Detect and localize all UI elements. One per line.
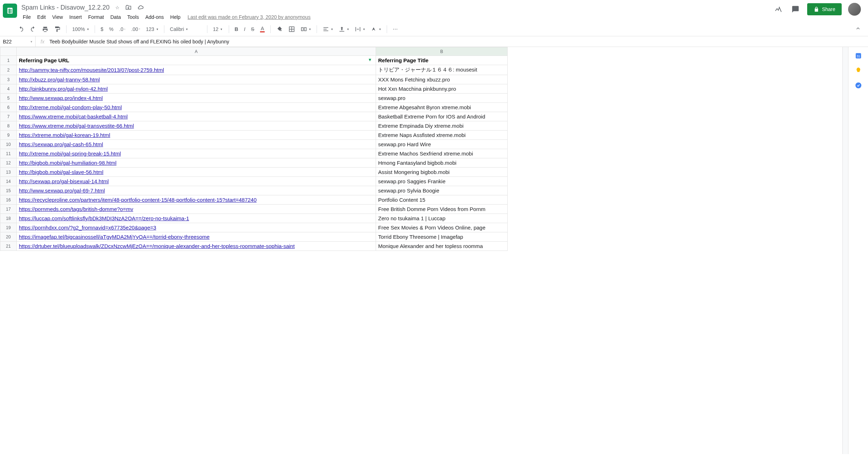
cell-url[interactable]: https://drtuber.tel/blueuploadswalk/ZDcx… <box>17 242 376 251</box>
bold-button[interactable]: B <box>233 25 240 33</box>
cell-url[interactable]: http://xtreme.mobi/gal-condom-play-50.ht… <box>17 103 376 112</box>
document-title[interactable]: Spam Links - Disavow_12.2.20 <box>20 3 111 12</box>
row-header[interactable]: 3 <box>0 75 17 84</box>
keep-icon[interactable] <box>855 67 862 74</box>
share-button[interactable]: Share <box>807 3 842 15</box>
row-header[interactable]: 2 <box>0 65 17 75</box>
menu-help[interactable]: Help <box>168 13 184 21</box>
cell-url[interactable]: https://pornhdxx.com/?g2_fromnavid=x6773… <box>17 223 376 232</box>
row-header[interactable]: 12 <box>0 158 17 168</box>
cell-title[interactable]: Assist Mongering bigbob.mobi <box>376 168 508 177</box>
cell-url[interactable]: https://imagefap.tel/bigcasinossell/aTgy… <box>17 232 376 242</box>
cell-title[interactable]: Zero no tsukaima 1 | Luccap <box>376 214 508 223</box>
text-color-button[interactable]: A <box>258 24 267 34</box>
column-header-A[interactable]: A <box>17 47 376 56</box>
tasks-icon[interactable] <box>855 82 862 89</box>
cell-url[interactable]: http://bigbob.mobi/gal-humiliation-98.ht… <box>17 158 376 168</box>
star-icon[interactable]: ☆ <box>114 4 121 12</box>
cell-title[interactable]: Extreme Naps Assfisted xtreme.mobi <box>376 131 508 140</box>
paint-format-button[interactable] <box>52 25 63 34</box>
cell-title[interactable]: トリビア・ジャーナル１６４６: mousesit <box>376 65 508 75</box>
activity-icon[interactable] <box>773 4 784 15</box>
comments-icon[interactable] <box>790 4 801 15</box>
cell-url[interactable]: https://sexwap.pro/gal-cash-65.html <box>17 140 376 149</box>
strikethrough-button[interactable]: S <box>249 25 256 33</box>
cell-url[interactable]: https://recycleproline.com/partners/item… <box>17 195 376 205</box>
cell-title[interactable]: Hot Xxn Macchina pinkbunny.pro <box>376 84 508 94</box>
cell[interactable]: Referring Page URL▼ <box>17 56 376 65</box>
row-header[interactable]: 11 <box>0 149 17 158</box>
borders-button[interactable] <box>286 25 297 34</box>
cell-title[interactable]: Hmong Fantasyland bigbob.mobi <box>376 158 508 168</box>
last-edit-link[interactable]: Last edit was made on February 3, 2020 b… <box>187 13 311 21</box>
cell-url[interactable]: https://www.xtreme.mobi/gal-transvestite… <box>17 121 376 131</box>
move-icon[interactable] <box>124 3 133 12</box>
cell-title[interactable]: XXX Mons Fetching xbuzz.pro <box>376 75 508 84</box>
cell-title[interactable]: sexwap.pro Hard Wire <box>376 140 508 149</box>
row-header[interactable]: 20 <box>0 232 17 242</box>
select-all-corner[interactable] <box>0 47 17 56</box>
more-toolbar-button[interactable]: ⋯ <box>391 25 400 33</box>
menu-format[interactable]: Format <box>85 13 107 21</box>
cell-url[interactable]: https://luccap.com/softlinksfly/bDk3MDI3… <box>17 214 376 223</box>
menu-edit[interactable]: Edit <box>35 13 49 21</box>
menu-add-ons[interactable]: Add-ons <box>142 13 166 21</box>
cell-url[interactable]: https://pornmeds.com/tags/british-domme?… <box>17 205 376 214</box>
menu-tools[interactable]: Tools <box>125 13 142 21</box>
menu-view[interactable]: View <box>49 13 66 21</box>
cell-title[interactable]: Monique Alexander and her topless roomma <box>376 242 508 251</box>
cell-title[interactable]: Free British Domme Porn Videos from Porn… <box>376 205 508 214</box>
cell-url[interactable]: http://www.sexwap.pro/index-4.html <box>17 94 376 103</box>
text-wrap-button[interactable] <box>353 25 367 34</box>
font-size-dropdown[interactable]: 12 <box>211 25 225 33</box>
zoom-dropdown[interactable]: 100% <box>70 25 91 33</box>
menu-file[interactable]: File <box>20 13 34 21</box>
row-header[interactable]: 1 <box>0 56 17 65</box>
vertical-align-button[interactable] <box>337 25 351 34</box>
text-rotation-button[interactable] <box>369 25 383 34</box>
row-header[interactable]: 4 <box>0 84 17 94</box>
print-button[interactable] <box>40 25 51 34</box>
cell-title[interactable]: Extreme Empinada Diy xtreme.mobi <box>376 121 508 131</box>
merge-cells-button[interactable] <box>298 25 313 34</box>
row-header[interactable]: 7 <box>0 112 17 121</box>
row-header[interactable]: 9 <box>0 131 17 140</box>
cell-title[interactable]: sexwap.pro Sylvia Boogie <box>376 186 508 195</box>
row-header[interactable]: 5 <box>0 94 17 103</box>
sheets-logo[interactable] <box>3 4 17 18</box>
decrease-decimal-button[interactable]: .0↓ <box>117 25 128 33</box>
cell-title[interactable]: Portfolio Content 15 <box>376 195 508 205</box>
horizontal-align-button[interactable] <box>321 25 335 34</box>
collapse-toolbar-icon[interactable] <box>852 24 864 34</box>
cell-title[interactable]: Extreme Abgesahnt Byron xtreme.mobi <box>376 103 508 112</box>
fill-color-button[interactable] <box>274 25 285 34</box>
menu-insert[interactable]: Insert <box>67 13 85 21</box>
cloud-status-icon[interactable] <box>136 3 145 12</box>
row-header[interactable]: 14 <box>0 177 17 186</box>
row-header[interactable]: 18 <box>0 214 17 223</box>
row-header[interactable]: 13 <box>0 168 17 177</box>
row-header[interactable]: 6 <box>0 103 17 112</box>
cell-url[interactable]: http://sammy.tea-nifty.com/mousesite/201… <box>17 65 376 75</box>
cell-title[interactable]: sexwap.pro <box>376 94 508 103</box>
number-format-dropdown[interactable]: 123 <box>144 25 160 33</box>
increase-decimal-button[interactable]: .00↑ <box>129 25 142 33</box>
formula-input[interactable]: Teeb Bodybuilder Muscle Stud shows off a… <box>49 39 229 44</box>
undo-button[interactable] <box>16 25 26 34</box>
name-box[interactable]: B22▾ <box>0 36 36 47</box>
row-header[interactable]: 15 <box>0 186 17 195</box>
cell[interactable]: Referring Page Title <box>376 56 508 65</box>
cell-title[interactable]: Torrid Ebony Threesome | Imagefap <box>376 232 508 242</box>
vertical-scrollbar[interactable] <box>842 47 848 454</box>
cell-url[interactable]: https://www.xtreme.mobi/cat-basketball-4… <box>17 112 376 121</box>
cell-url[interactable]: http://sexwap.pro/gal-bisexual-14.html <box>17 177 376 186</box>
cell-title[interactable]: Extreme Machos Sexfriend xtreme.mobi <box>376 149 508 158</box>
filter-icon[interactable]: ▼ <box>368 57 372 62</box>
redo-button[interactable] <box>28 25 38 34</box>
row-header[interactable]: 16 <box>0 195 17 205</box>
row-header[interactable]: 21 <box>0 242 17 251</box>
user-avatar[interactable] <box>848 3 861 16</box>
cell-url[interactable]: http://bigbob.mobi/gal-slave-56.html <box>17 168 376 177</box>
column-header-B[interactable]: B <box>376 47 508 56</box>
cell-title[interactable]: Basketball Extreme Porn for IOS and Andr… <box>376 112 508 121</box>
